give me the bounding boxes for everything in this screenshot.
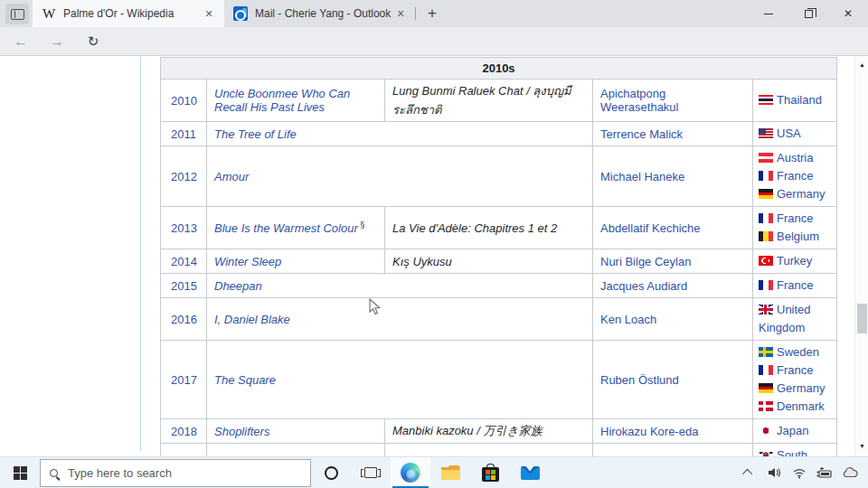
country-link[interactable]: Germany <box>777 187 825 201</box>
country-line: Turkey <box>759 252 831 270</box>
director-cell: Bong Joon-ho <box>593 444 753 457</box>
taskbar-mail-button[interactable] <box>510 457 550 488</box>
country-link[interactable]: Japan <box>777 424 808 437</box>
year-link[interactable]: 2016 <box>171 313 197 326</box>
film-link[interactable]: Winter Sleep <box>214 255 281 268</box>
flag-at-icon <box>759 153 773 163</box>
original-title: Lung Bunmi Raluek Chat / ลุงบุญมีระลึกชา… <box>392 84 571 117</box>
year-link[interactable]: 2015 <box>171 279 197 293</box>
country-line: Austria <box>759 149 831 167</box>
country-link[interactable]: France <box>777 169 813 183</box>
taskbar-edge-button[interactable] <box>391 457 430 488</box>
country-link[interactable]: Sweden <box>777 345 819 359</box>
task-view-button[interactable] <box>351 457 391 488</box>
year-link[interactable]: 2012 <box>171 170 197 183</box>
new-tab-button[interactable]: + <box>421 3 443 24</box>
palme-dor-winners-table: 2010s 2010Uncle Boonmee Who Can Recall H… <box>160 57 837 456</box>
country-line: France <box>759 361 831 380</box>
country-link[interactable]: France <box>777 211 813 225</box>
film-link[interactable]: I, Daniel Blake <box>214 313 290 326</box>
taskbar-file-explorer-button[interactable] <box>430 457 470 488</box>
director-link[interactable]: Nuri Bilge Ceylan <box>600 255 691 268</box>
scrollbar-thumb[interactable] <box>857 304 867 333</box>
country-link[interactable]: Thailand <box>777 93 822 107</box>
country-line: Belgium <box>759 228 831 246</box>
minimize-button[interactable] <box>749 0 788 27</box>
director-link[interactable]: Apichatpong Weerasethakul <box>600 87 678 114</box>
search-placeholder: Type here to search <box>68 466 172 480</box>
year-link[interactable]: 2013 <box>171 221 197 235</box>
country-link[interactable]: Denmark <box>777 399 825 413</box>
winner-row-2016: 2016I, Daniel BlakeKen LoachUnited Kingd… <box>161 298 837 341</box>
country-cell: USA <box>753 122 837 146</box>
close-button[interactable]: ✕ <box>828 0 868 27</box>
director-link[interactable]: Abdellatif Kechiche <box>600 221 701 235</box>
film-note-marker: § <box>358 221 365 230</box>
tray-onedrive-button[interactable] <box>837 457 863 488</box>
year-cell: 2014 <box>161 249 207 274</box>
director-link[interactable]: Terrence Malick <box>600 127 683 141</box>
tray-wifi-button[interactable] <box>787 457 812 488</box>
set-tabs-aside-button[interactable] <box>5 4 29 24</box>
country-link[interactable]: Austria <box>777 151 813 164</box>
year-link[interactable]: 2017 <box>171 373 197 387</box>
maximize-button[interactable] <box>788 0 828 27</box>
year-cell: 2012 <box>161 146 207 207</box>
year-link[interactable]: 2010 <box>171 94 197 108</box>
director-link[interactable]: Ken Loach <box>600 313 656 326</box>
country-link[interactable]: USA <box>777 127 801 140</box>
tab-close-icon[interactable]: ✕ <box>201 5 217 22</box>
film-link[interactable]: Uncle Boonmee Who Can Recall His Past Li… <box>214 87 350 114</box>
director-link[interactable]: Jacques Audiard <box>600 279 687 293</box>
tray-chevron-button[interactable] <box>736 457 761 488</box>
film-link[interactable]: The Tree of Life <box>214 127 297 141</box>
country-link[interactable]: Turkey <box>777 254 812 267</box>
content-left-rule <box>140 57 141 451</box>
taskbar-store-button[interactable] <box>470 457 510 488</box>
country-cell: United Kingdom <box>753 298 837 341</box>
winner-row-2013: 2013Blue Is the Warmest Colour §La Vie d… <box>161 207 837 249</box>
flag-jp-icon <box>759 426 773 436</box>
scroll-up-icon[interactable]: ▲ <box>855 58 868 71</box>
forward-button[interactable]: → <box>45 31 69 52</box>
tab-close-icon[interactable]: ✕ <box>392 5 409 22</box>
country-link[interactable]: Germany <box>777 381 825 395</box>
year-link[interactable]: 2014 <box>171 255 197 268</box>
back-button[interactable]: ← <box>9 31 33 52</box>
tab-outlook[interactable]: Mail - Cherie Yang - Outlook ✕ <box>224 0 416 27</box>
taskbar-search-input[interactable]: Type here to search <box>40 459 311 487</box>
system-tray <box>736 457 863 488</box>
film-link[interactable]: The Square <box>214 373 276 387</box>
search-icon <box>50 469 58 477</box>
tab-title: Palme d'Or - Wikipedia <box>63 7 201 20</box>
refresh-button[interactable]: ↻ <box>81 31 105 52</box>
film-link[interactable]: Dheepan <box>214 279 262 293</box>
page-scrollbar[interactable]: ▲ ▼ <box>854 57 868 456</box>
film-link[interactable]: Blue Is the Warmest Colour <box>214 221 358 235</box>
director-link[interactable]: Ruben Östlund <box>600 373 679 387</box>
year-link[interactable]: 2011 <box>171 127 196 141</box>
scroll-down-icon[interactable]: ▼ <box>855 439 868 453</box>
cortana-button[interactable] <box>311 457 351 488</box>
director-cell: Ruben Östlund <box>593 341 753 419</box>
tray-battery-button[interactable] <box>812 457 837 488</box>
start-button[interactable] <box>0 457 40 488</box>
tray-volume-button[interactable] <box>761 457 787 488</box>
country-link[interactable]: Belgium <box>777 230 819 243</box>
year-link[interactable]: 2018 <box>171 425 197 438</box>
country-link[interactable]: France <box>777 363 813 377</box>
film-cell: I, Daniel Blake <box>207 298 593 341</box>
film-link[interactable]: Amour <box>214 170 249 183</box>
restore-icon <box>805 10 813 18</box>
director-link[interactable]: Michael Haneke <box>600 170 684 183</box>
tab-wikipedia[interactable]: W Palme d'Or - Wikipedia ✕ <box>33 0 224 27</box>
director-link[interactable]: Hirokazu Kore-eda <box>600 425 698 438</box>
director-cell: Apichatpong Weerasethakul <box>593 80 753 122</box>
windows-logo-icon <box>14 466 27 480</box>
flag-dk-icon <box>759 401 773 411</box>
country-line: Sweden <box>759 343 831 361</box>
edge-icon <box>401 463 420 483</box>
country-link[interactable]: France <box>777 278 813 292</box>
film-link[interactable]: Shoplifters <box>214 425 269 438</box>
original-title: La Vie d'Adèle: Chapitres 1 et 2 <box>392 221 557 235</box>
